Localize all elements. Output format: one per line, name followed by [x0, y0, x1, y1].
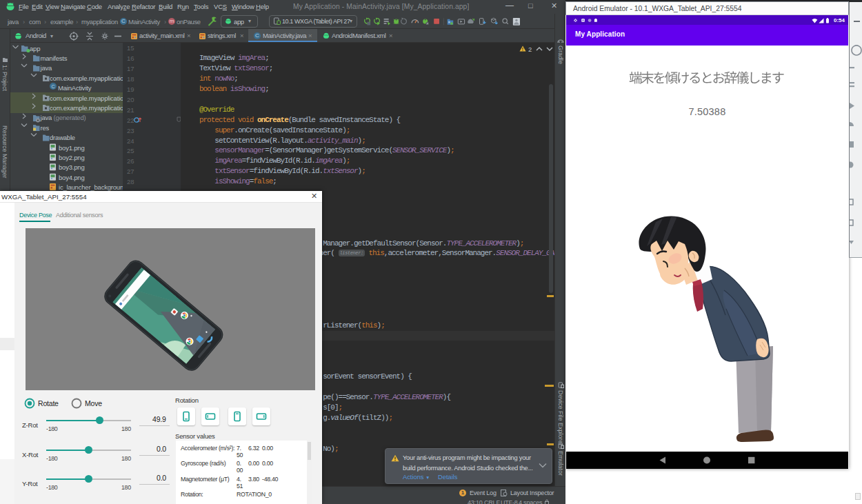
svg-text:C: C: [51, 84, 54, 89]
svg-text:2: 2: [528, 46, 532, 53]
